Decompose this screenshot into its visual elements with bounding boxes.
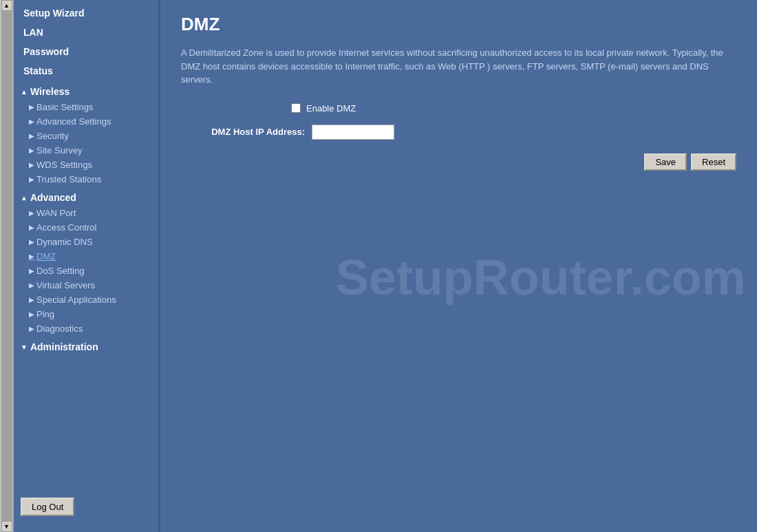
scroll-up-button[interactable]: ▲ [1, 0, 12, 11]
page-title: DMZ [181, 14, 736, 35]
sidebar-item-dynamic-dns[interactable]: ▶ Dynamic DNS [14, 235, 158, 249]
sidebar-item-wan-port[interactable]: ▶ WAN Port [14, 206, 158, 220]
sidebar-sub-label: Ping [36, 309, 54, 319]
description-text: A Demilitarized Zone is used to provide … [181, 46, 736, 87]
sidebar-item-security[interactable]: ▶ Security [14, 129, 158, 143]
sidebar-item-dos-setting[interactable]: ▶ DoS Setting [14, 264, 158, 278]
scrollbar: ▲ ▼ [0, 0, 14, 532]
sidebar-item-password[interactable]: Password [14, 42, 158, 61]
advanced-section-header[interactable]: ▲ Advanced [14, 187, 158, 206]
administration-section-header[interactable]: ▼ Administration [14, 336, 158, 355]
sidebar-sub-label: Site Survey [36, 145, 82, 156]
arrow-icon: ▶ [29, 175, 34, 183]
arrow-icon: ▶ [29, 296, 34, 304]
button-row: Save Reset [181, 153, 736, 171]
save-button[interactable]: Save [644, 153, 687, 171]
sidebar-item-special-applications[interactable]: ▶ Special Applications [14, 292, 158, 307]
sidebar-item-ping[interactable]: ▶ Ping [14, 307, 158, 321]
scrollbar-track[interactable] [1, 11, 12, 521]
sidebar-sub-label: Basic Settings [36, 102, 93, 112]
sidebar-item-dmz[interactable]: ▶ DMZ [14, 249, 158, 264]
advanced-collapse-arrow: ▲ [21, 194, 28, 202]
sidebar-item-wds-settings[interactable]: ▶ WDS Settings [14, 158, 158, 172]
arrow-icon: ▶ [29, 209, 34, 217]
sidebar-sub-label: Advanced Settings [36, 116, 111, 127]
sidebar-bottom: Log Out [14, 492, 158, 529]
reset-button[interactable]: Reset [691, 153, 736, 171]
arrow-icon: ▶ [29, 224, 34, 231]
scroll-down-button[interactable]: ▼ [1, 521, 12, 532]
sidebar-item-virtual-servers[interactable]: ▶ Virtual Servers [14, 278, 158, 292]
main-content: SetupRouter.com DMZ A Demilitarized Zone… [160, 0, 757, 532]
logout-button[interactable]: Log Out [21, 498, 74, 516]
sidebar-item-setup-wizard[interactable]: Setup Wizard [14, 3, 158, 23]
watermark: SetupRouter.com [336, 249, 746, 306]
arrow-icon: ▶ [29, 238, 34, 246]
wireless-section-header[interactable]: ▲ Wireless [14, 81, 158, 100]
dmz-host-row: DMZ Host IP Address: [181, 125, 736, 140]
sidebar-item-advanced-settings[interactable]: ▶ Advanced Settings [14, 114, 158, 129]
form-section: Enable DMZ DMZ Host IP Address: [181, 103, 736, 140]
arrow-icon: ▶ [29, 310, 34, 318]
sidebar-sub-label: Access Control [36, 222, 96, 233]
wireless-section-label: Wireless [30, 86, 70, 97]
enable-dmz-checkbox[interactable] [291, 103, 301, 113]
dmz-host-ip-input[interactable] [312, 125, 394, 140]
arrow-icon: ▶ [29, 253, 34, 260]
arrow-icon: ▶ [29, 161, 34, 169]
sidebar-sub-label: WDS Settings [36, 160, 92, 170]
sidebar-item-trusted-stations[interactable]: ▶ Trusted Stations [14, 172, 158, 187]
admin-collapse-arrow: ▼ [21, 343, 28, 351]
sidebar: Setup Wizard LAN Password Status ▲ Wirel… [14, 0, 158, 532]
sidebar-sub-label: Virtual Servers [36, 280, 95, 290]
sidebar-item-basic-settings[interactable]: ▶ Basic Settings [14, 100, 158, 114]
arrow-icon: ▶ [29, 281, 34, 289]
sidebar-item-access-control[interactable]: ▶ Access Control [14, 220, 158, 235]
sidebar-sub-label: Special Applications [36, 295, 116, 305]
sidebar-item-lan[interactable]: LAN [14, 23, 158, 42]
advanced-section-label: Advanced [30, 192, 76, 203]
sidebar-sub-label: Dynamic DNS [36, 237, 93, 247]
sidebar-sub-label: DoS Setting [36, 266, 84, 276]
administration-section-label: Administration [30, 341, 98, 352]
sidebar-sub-label: DMZ [36, 251, 56, 262]
arrow-icon: ▶ [29, 103, 34, 111]
dmz-host-ip-label: DMZ Host IP Address: [181, 127, 305, 137]
arrow-icon: ▶ [29, 132, 34, 140]
enable-dmz-label: Enable DMZ [306, 103, 356, 114]
sidebar-item-site-survey[interactable]: ▶ Site Survey [14, 143, 158, 158]
sidebar-item-status[interactable]: Status [14, 61, 158, 81]
arrow-icon: ▶ [29, 325, 34, 332]
wireless-collapse-arrow: ▲ [21, 88, 28, 96]
arrow-icon: ▶ [29, 118, 34, 125]
sidebar-sub-label: Security [36, 131, 69, 141]
arrow-icon: ▶ [29, 147, 34, 154]
sidebar-sub-label: Diagnostics [36, 323, 83, 334]
enable-dmz-row: Enable DMZ [181, 103, 736, 114]
sidebar-item-diagnostics[interactable]: ▶ Diagnostics [14, 321, 158, 336]
sidebar-sub-label: WAN Port [36, 208, 76, 218]
arrow-icon: ▶ [29, 267, 34, 275]
sidebar-sub-label: Trusted Stations [36, 174, 101, 184]
